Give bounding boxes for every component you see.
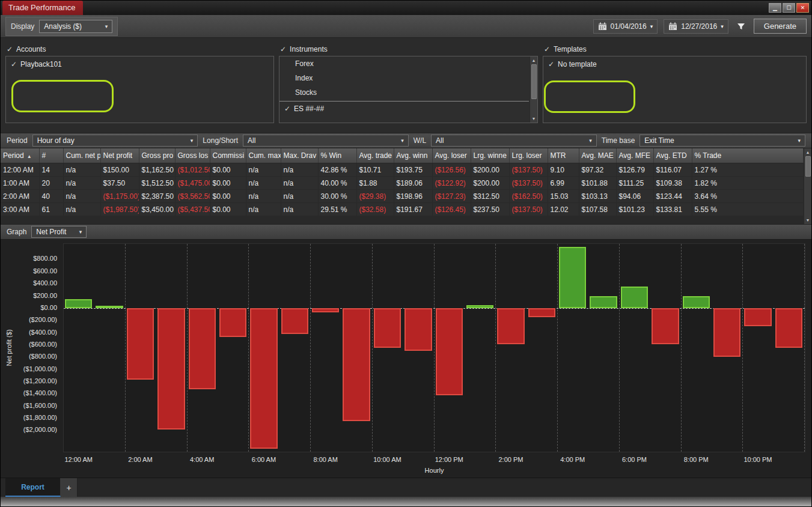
chart-bar[interactable] — [713, 308, 740, 357]
instrument-item[interactable]: Index — [279, 71, 529, 85]
filter-funnel-button[interactable] — [734, 19, 748, 34]
column-header[interactable]: Avg. ETD — [653, 148, 692, 163]
scroll-up-icon[interactable]: ▲ — [806, 148, 810, 156]
instruments-checkbox[interactable]: ✓ Instruments — [279, 43, 538, 56]
column-header[interactable]: # — [39, 148, 63, 163]
column-header[interactable]: Max. Drav — [281, 148, 318, 163]
scroll-down-icon[interactable]: ▼ — [532, 115, 536, 123]
maximize-button[interactable]: ☐ — [783, 3, 795, 13]
account-item-playback101[interactable]: ✓ Playback101 — [6, 56, 273, 72]
chart-bar[interactable] — [374, 308, 401, 348]
chart-bar[interactable] — [157, 308, 185, 430]
templates-checkbox[interactable]: ✓ Templates — [543, 43, 807, 56]
check-icon: ✓ — [280, 45, 286, 53]
table-row[interactable]: 12:00 AM14n/a$150.00$1,162.50($1,012.50)… — [1, 163, 804, 177]
y-tick-label: ($800.00) — [2, 353, 57, 360]
chart-bar[interactable] — [744, 308, 771, 327]
chart-bar[interactable] — [343, 308, 370, 421]
chart-bar[interactable] — [127, 308, 154, 380]
chart-bar[interactable] — [65, 299, 92, 308]
long-short-value: All — [248, 136, 255, 145]
scrollbar-thumb[interactable] — [531, 64, 537, 99]
column-header[interactable]: Cum. max — [246, 148, 281, 163]
chart-bar[interactable] — [559, 247, 586, 308]
chart-bar[interactable] — [528, 308, 555, 317]
column-header[interactable]: % Win — [318, 148, 356, 163]
column-header[interactable]: Cum. net p — [63, 148, 100, 163]
chart-bar[interactable] — [312, 308, 339, 313]
graph-type-dropdown[interactable]: Net Profit ▾ — [31, 226, 87, 238]
template-item-label: No template — [558, 60, 597, 68]
instrument-item-es[interactable]: ✓ ES ##-## — [279, 102, 529, 116]
table-cell: $101.23 — [616, 203, 653, 216]
table-row[interactable]: 3:00 AM61n/a($1,987.50)$3,450.00($5,437.… — [1, 203, 804, 216]
column-header[interactable]: Gross pro — [139, 148, 175, 163]
toolbar-right: 01/04/2016 ▾ 12/27/2016 ▾ Generate — [593, 19, 807, 34]
grid-line — [804, 244, 805, 452]
chart-bar[interactable] — [590, 296, 617, 308]
chart-bar[interactable] — [652, 308, 679, 344]
chart-bar[interactable] — [189, 308, 216, 389]
column-header[interactable]: Avg. winn — [394, 148, 432, 163]
accounts-listbox: ✓ Playback101 — [5, 56, 274, 123]
instruments-scrollbar[interactable]: ▲ ▼ — [530, 56, 537, 123]
table-cell: ($122.92) — [432, 177, 471, 190]
column-header[interactable]: Period▲ — [1, 148, 39, 163]
template-item-no-template[interactable]: ✓ No template — [543, 56, 806, 72]
table-cell: 30.00 % — [318, 190, 356, 203]
column-header[interactable]: Gross los — [175, 148, 210, 163]
scrollbar-thumb[interactable] — [805, 156, 811, 177]
column-header[interactable]: Lrg. loser — [509, 148, 548, 163]
instrument-item[interactable]: Stocks — [279, 85, 529, 100]
chart-bar[interactable] — [466, 305, 493, 308]
end-date-picker[interactable]: 12/27/2016 ▾ — [664, 19, 728, 34]
time-base-dropdown[interactable]: Exit Time ▾ — [640, 135, 805, 147]
chart-bar[interactable] — [250, 308, 277, 449]
chart-bar[interactable] — [219, 308, 246, 337]
table-scrollbar[interactable]: ▲ ▼ — [804, 148, 811, 224]
generate-button[interactable]: Generate — [754, 19, 807, 34]
display-dropdown[interactable]: Analysis ($) ▾ — [39, 20, 112, 33]
time-base-label: Time base — [602, 136, 635, 145]
tab-report[interactable]: Report — [5, 478, 61, 497]
close-button[interactable]: ✕ — [796, 3, 809, 13]
column-header[interactable]: MTR — [548, 148, 579, 163]
column-header[interactable]: Avg. loser — [432, 148, 471, 163]
table-row[interactable]: 1:00 AM20n/a$37.50$1,512.50($1,475.00)$0… — [1, 177, 804, 190]
table-row[interactable]: 2:00 AM40n/a($1,175.00)$2,387.50($3,562.… — [1, 190, 804, 203]
table-cell: ($1,987.50) — [100, 203, 139, 216]
scroll-up-icon[interactable]: ▲ — [532, 56, 536, 64]
accounts-checkbox[interactable]: ✓ Accounts — [5, 43, 274, 56]
x-tick-label: 12:00 AM — [52, 456, 106, 463]
chart-bar[interactable] — [621, 287, 648, 308]
column-header[interactable]: % Trade — [692, 148, 804, 163]
chart-bar[interactable] — [436, 308, 463, 395]
chart-bar[interactable] — [281, 308, 308, 334]
column-header[interactable]: Avg. trade — [356, 148, 394, 163]
trade-performance-window: Trade Performance ▁ ☐ ✕ Display Analysis… — [0, 0, 812, 507]
chart-bar[interactable] — [775, 308, 802, 348]
column-header[interactable]: Lrg. winne — [471, 148, 509, 163]
wl-label: W/L — [414, 136, 426, 145]
table-cell: $0.00 — [210, 203, 246, 216]
table-cell: $103.13 — [579, 190, 616, 203]
scroll-down-icon[interactable]: ▼ — [806, 216, 810, 224]
wl-dropdown[interactable]: All ▾ — [431, 135, 597, 147]
add-tab-button[interactable]: + — [61, 478, 78, 497]
column-header[interactable]: Commissi — [210, 148, 246, 163]
chevron-down-icon: ▾ — [79, 229, 82, 235]
chart-bar[interactable] — [96, 306, 123, 308]
minimize-button[interactable]: ▁ — [769, 3, 781, 13]
table-cell: ($162.50) — [509, 190, 548, 203]
chart-bar[interactable] — [683, 296, 710, 308]
column-header[interactable]: Avg. MFE — [616, 148, 653, 163]
chart-bar[interactable] — [404, 308, 432, 351]
start-date-picker[interactable]: 01/04/2016 ▾ — [593, 19, 658, 34]
chart-bar[interactable] — [497, 308, 524, 344]
instrument-item[interactable]: Forex — [279, 56, 529, 71]
long-short-dropdown[interactable]: All ▾ — [243, 135, 409, 147]
period-dropdown[interactable]: Hour of day ▾ — [32, 135, 198, 147]
column-header[interactable]: Net profit — [100, 148, 139, 163]
table-cell: $94.06 — [616, 190, 653, 203]
column-header[interactable]: Avg. MAE — [579, 148, 616, 163]
